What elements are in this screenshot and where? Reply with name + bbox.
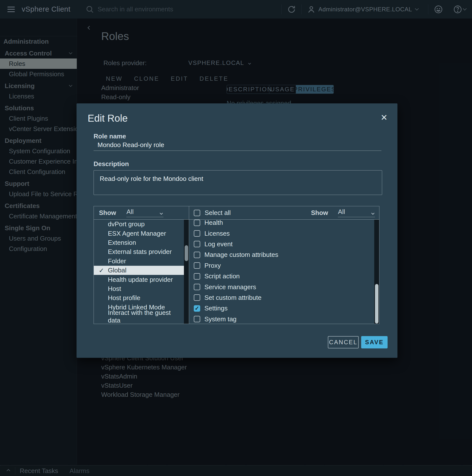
vsphere-client-screen: vSphere Client Search in all environment…: [0, 0, 472, 476]
role-name-label: Role name: [94, 133, 126, 140]
privilege-checkbox-log-event[interactable]: [194, 241, 200, 247]
show-value: All: [338, 209, 345, 215]
save-button[interactable]: SAVE: [361, 336, 388, 348]
privilege-category-label: ESX Agent Manager: [108, 230, 166, 237]
privileges-header: Select all Show All: [189, 206, 379, 220]
privilege-items-pane: Select all Show All HealthLicensesLog ev…: [189, 206, 379, 324]
privilege-category-external-stats-provider[interactable]: External stats provider: [94, 247, 184, 256]
chevron-down-icon: [371, 211, 374, 215]
privilege-category-extension[interactable]: Extension: [94, 238, 184, 247]
privilege-category-interact-with-the-guest-data[interactable]: Interact with the guest data: [94, 312, 184, 321]
privilege-category-label: Folder: [108, 257, 126, 265]
privilege-label: Log event: [204, 240, 233, 248]
privilege-checkbox-licenses[interactable]: [194, 230, 200, 237]
role-name-input[interactable]: [94, 141, 381, 151]
privilege-row-service-managers[interactable]: Service managers: [189, 282, 374, 292]
privilege-label: Proxy: [204, 262, 221, 269]
privilege-row-script-action[interactable]: Script action: [189, 271, 374, 282]
privilege-row-proxy[interactable]: Proxy: [189, 260, 374, 271]
privilege-checkbox-health[interactable]: [194, 220, 200, 226]
show-label: Show: [99, 209, 116, 217]
description-textarea[interactable]: Read-only role for the Mondoo client: [94, 170, 382, 195]
privilege-category-label: Extension: [108, 239, 136, 247]
select-all-label: Select all: [205, 209, 231, 217]
privileges-show-dropdown[interactable]: All: [338, 209, 375, 217]
privilege-row-log-event[interactable]: Log event: [189, 239, 374, 249]
privilege-category-label: dvPort group: [108, 220, 145, 228]
privilege-category-label: Global: [108, 267, 126, 274]
privilege-category-label: Health update provider: [108, 276, 173, 284]
privilege-label: Health: [204, 220, 223, 227]
categories-header: Show All: [94, 206, 189, 220]
privilege-row-licenses[interactable]: Licenses: [189, 228, 374, 239]
close-icon[interactable]: ✕: [381, 113, 388, 122]
show-value: All: [126, 209, 134, 215]
privilege-label: System tag: [204, 315, 236, 323]
privilege-checkbox-set-custom-attribute[interactable]: [194, 294, 200, 301]
privilege-category-label: Interact with the guest data: [108, 309, 184, 324]
scrollbar-thumb[interactable]: [185, 245, 188, 261]
privilege-category-label: Host: [108, 285, 121, 293]
privilege-category-esx-agent-manager[interactable]: ESX Agent Manager: [94, 229, 184, 238]
privileges-list: HealthLicensesLog eventManage custom att…: [189, 220, 379, 324]
cancel-button[interactable]: CANCEL: [328, 336, 359, 348]
privilege-label: Service managers: [204, 283, 256, 291]
privilege-category-host-profile[interactable]: Host profile: [94, 293, 184, 303]
privilege-category-host[interactable]: Host: [94, 284, 184, 293]
privilege-row-settings[interactable]: ✓Settings: [189, 303, 374, 314]
scrollbar-track: [184, 220, 189, 324]
categories-list: dvPort groupESX Agent ManagerExtensionEx…: [94, 220, 189, 324]
privilege-category-health-update-provider[interactable]: Health update provider: [94, 275, 184, 284]
privilege-checkbox-settings[interactable]: ✓: [194, 305, 200, 312]
scrollbar-track: [374, 220, 379, 324]
privilege-checkbox-manage-custom-attributes[interactable]: [194, 252, 200, 258]
privilege-checkbox-system-tag[interactable]: [194, 316, 200, 322]
chevron-down-icon: [160, 211, 163, 215]
privilege-category-dvport-group[interactable]: dvPort group: [94, 220, 184, 229]
privilege-label: Settings: [204, 305, 228, 312]
privilege-row-system-tag[interactable]: System tag: [189, 314, 374, 324]
privilege-row-health[interactable]: Health: [189, 220, 374, 228]
privilege-category-global[interactable]: ✓Global: [94, 266, 184, 275]
privilege-category-label: External stats provider: [108, 248, 172, 256]
privilege-category-label: Host profile: [108, 294, 140, 302]
privilege-checkbox-proxy[interactable]: [194, 262, 200, 269]
check-icon: ✓: [99, 267, 104, 274]
privilege-checkbox-service-managers[interactable]: [194, 284, 200, 290]
privilege-categories-pane: Show All dvPort groupESX Agent ManagerEx…: [94, 206, 189, 324]
modal-title: Edit Role: [88, 113, 128, 124]
scrollbar-thumb[interactable]: [375, 284, 378, 324]
privilege-label: Manage custom attributes: [204, 251, 278, 259]
privilege-label: Script action: [204, 272, 240, 280]
privilege-category-folder[interactable]: Folder: [94, 257, 184, 266]
privilege-row-set-custom-attribute[interactable]: Set custom attribute: [189, 292, 374, 303]
privilege-label: Set custom attribute: [204, 294, 261, 302]
edit-role-modal: Edit Role ✕ Role name Description Read-o…: [77, 103, 397, 358]
description-label: Description: [94, 160, 129, 168]
categories-show-dropdown[interactable]: All: [126, 209, 163, 217]
show-label: Show: [311, 209, 328, 217]
select-all-checkbox[interactable]: [194, 210, 200, 216]
privilege-label: Licenses: [204, 230, 230, 237]
privileges-panel: Show All dvPort groupESX Agent ManagerEx…: [94, 206, 379, 324]
privilege-row-manage-custom-attributes[interactable]: Manage custom attributes: [189, 249, 374, 260]
privilege-checkbox-script-action[interactable]: [194, 273, 200, 280]
